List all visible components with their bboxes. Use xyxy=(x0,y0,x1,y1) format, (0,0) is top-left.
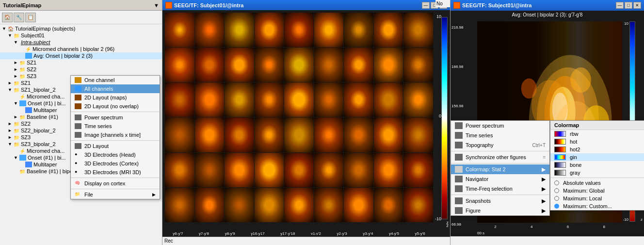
colormap-item-gray[interactable]: gray xyxy=(550,169,644,177)
ctx-3d-electrodes-mri[interactable]: ● 3D Electrodes (MRI 3D) xyxy=(71,168,160,177)
ctx-power-spectrum[interactable]: Power spectrum xyxy=(71,113,160,122)
icon-sz1-2: 📁 xyxy=(14,81,19,86)
heatmap-cell xyxy=(255,117,284,152)
ctx-r-time-freq-sel[interactable]: Time-Freq selection ▶ xyxy=(451,184,549,194)
right-maximize-btn[interactable]: □ xyxy=(625,2,632,9)
x-axis-labels: y6-y'7 y7-y'8 y8-y'9 y16-y17 y17-y'18 v1… xyxy=(165,231,433,236)
toolbar-btn-1[interactable]: 🏠 xyxy=(2,13,13,22)
tree-item-subject01[interactable]: ▼ 📁 Subject01 xyxy=(0,32,162,39)
ctx-r-sep1 xyxy=(451,151,549,151)
label-sz2-bipolar: SZ2_bipolar_2 xyxy=(21,128,56,133)
expander-onset1-2[interactable]: ▼ xyxy=(14,155,18,160)
expander-sz1[interactable]: ► xyxy=(14,60,18,65)
ctx-3d-electrodes-cortex[interactable]: ● 3D Electrodes (Cortex) xyxy=(71,159,160,168)
expander-multitaper2[interactable] xyxy=(19,162,24,167)
toolbar-btn-2[interactable]: 🔧 xyxy=(14,13,24,22)
ctx-time-series[interactable]: Time series xyxy=(71,122,160,131)
ctx-icon-power xyxy=(75,114,81,120)
tree-item-intra-subject[interactable]: ▼ Intra-subject xyxy=(0,39,162,46)
ctx-2d-layout-maps[interactable]: 2D Layout (maps) xyxy=(71,93,160,102)
tree-item-sz2[interactable]: ► 📁 SZ2 xyxy=(0,66,162,73)
heatmap-cell xyxy=(314,117,344,152)
ctx-r-label-power: Power spectrum xyxy=(466,123,504,129)
icon-sz3-bipolar: 📁 xyxy=(14,142,19,147)
expander-sz3-2[interactable]: ► xyxy=(8,135,13,140)
ctx-3d-electrodes-head[interactable]: ● 3D Electrodes (Head) xyxy=(71,150,160,159)
colormap-item-rbw[interactable]: rbw xyxy=(550,130,644,138)
heatmap-cell xyxy=(374,13,403,47)
expander-subject01[interactable]: ▼ xyxy=(8,33,13,38)
expander-micromed[interactable] xyxy=(19,47,24,51)
ctx-r-navigator[interactable]: Navigator ▶ xyxy=(451,174,549,184)
xlabel-10: y5-y'6 xyxy=(415,231,425,236)
heatmap-cell xyxy=(374,117,403,152)
right-z-label: z xyxy=(641,217,643,222)
ctx-r-power-spectrum[interactable]: Power spectrum xyxy=(451,121,549,131)
expander-intra[interactable]: ▼ xyxy=(14,40,18,45)
center-minimize-btn[interactable]: — xyxy=(422,2,430,9)
radio-max-custom xyxy=(554,204,559,209)
colormap-item-gin[interactable]: gin xyxy=(550,153,644,161)
expander-tutorialepimap[interactable]: ▼ xyxy=(2,26,7,31)
tree-item-micromed[interactable]: ⚡ Micromed channels | bipolar 2 (96) xyxy=(0,46,162,52)
ctx-file[interactable]: 📁 File xyxy=(71,190,160,199)
center-z: z xyxy=(447,223,449,228)
colormap-label-hot: hot xyxy=(570,139,577,145)
heatmap-cell xyxy=(403,153,433,187)
expander-mcha2[interactable] xyxy=(14,148,18,153)
colorbar-mid-label: 0 xyxy=(439,114,441,118)
expander-onset1[interactable]: ▼ xyxy=(14,101,18,106)
ctx-2d-layout-no-overlap[interactable]: 2D Layout (no overlap) xyxy=(71,102,160,111)
ctx-image-channels[interactable]: Image [channels x time] xyxy=(71,131,160,139)
label-multitaper2: Multitaper xyxy=(33,162,57,167)
expander-baseline1-2[interactable] xyxy=(14,169,18,174)
colormap-max-custom[interactable]: Maximum: Custom... xyxy=(550,202,644,210)
swatch-hot2 xyxy=(554,147,566,152)
right-close-btn[interactable]: ✕ xyxy=(633,2,641,9)
colormap-item-bone[interactable]: bone xyxy=(550,161,644,169)
ctx-r-snapshots[interactable]: Snapshots ▶ xyxy=(451,196,549,206)
panel-dropdown-arrow[interactable]: ▼ xyxy=(154,2,159,8)
colormap-max-local[interactable]: Maximum: Local xyxy=(550,195,644,202)
ctx-r-sync-figures[interactable]: Synchronize other figures = xyxy=(451,152,549,162)
heatmap-cell xyxy=(255,153,284,187)
expander-avg-onset[interactable] xyxy=(19,53,24,58)
expander-baseline1[interactable]: ► xyxy=(14,114,18,119)
swatch-hot xyxy=(554,139,566,145)
expander-sz3-bipolar[interactable]: ▼ xyxy=(8,142,13,147)
expander-multitaper[interactable] xyxy=(19,108,24,113)
tree-item-tutorialepimap[interactable]: ▼ 🏠 TutorialEpimap (subjects) xyxy=(0,25,162,32)
right-minimize-btn[interactable]: — xyxy=(616,2,624,9)
ctx-r-topography[interactable]: Topography Ctrl+T xyxy=(451,140,549,150)
colormap-item-hot[interactable]: hot xyxy=(550,138,644,146)
xlabel-9: y4-y'5 xyxy=(389,231,399,236)
ctx-r-figure[interactable]: Figure ▶ xyxy=(451,206,549,215)
expander-sz2-2[interactable]: ► xyxy=(8,121,13,126)
toolbar-btn-3[interactable]: 📋 xyxy=(25,13,36,22)
colormap-absolute-values[interactable]: Absolute values xyxy=(550,179,644,187)
colormap-max-global[interactable]: Maximum: Global xyxy=(550,187,644,195)
icon-tutorialepimap: 🏠 xyxy=(8,26,14,32)
label-mcha: Micromed cha... xyxy=(27,94,64,99)
expander-mcha[interactable] xyxy=(14,94,18,99)
label-multitaper: Multitaper xyxy=(33,107,57,113)
ctx-one-channel[interactable]: One channel xyxy=(71,76,160,84)
colormap-label-gin: gin xyxy=(570,154,577,160)
heatmap-cell xyxy=(344,82,373,117)
expander-sz3[interactable]: ► xyxy=(14,74,18,79)
tree-item-avg-onset[interactable]: Avg: Onset | bipolar 2 (3) xyxy=(0,52,162,59)
ctx-2d-layout[interactable]: 2D Layout xyxy=(71,142,160,150)
right-window: SEEG/TF: Subject01/@intra — □ ✕ Avg: Ons… xyxy=(450,0,644,245)
ctx-label-one-channel: One channel xyxy=(84,77,114,83)
ctx-r-icon-tf xyxy=(455,185,463,192)
expander-sz2[interactable]: ► xyxy=(14,67,18,72)
ctx-r-time-series[interactable]: Time series xyxy=(451,131,549,140)
colormap-item-hot2[interactable]: hot2 xyxy=(550,146,644,153)
ctx-r-colormap[interactable]: Colormap: Stat 2 ▶ xyxy=(451,164,549,174)
ctx-all-channels[interactable]: All channels xyxy=(71,84,160,93)
ctx-display-cortex[interactable]: 🧠 Display on cortex xyxy=(71,179,160,188)
expander-sz2-bipolar[interactable]: ► xyxy=(8,128,13,133)
expander-sz1-2[interactable]: ► xyxy=(8,81,13,85)
expander-sz1-bipolar[interactable]: ▼ xyxy=(8,87,13,92)
tree-item-sz1[interactable]: ► 📁 SZ1 xyxy=(0,59,162,66)
